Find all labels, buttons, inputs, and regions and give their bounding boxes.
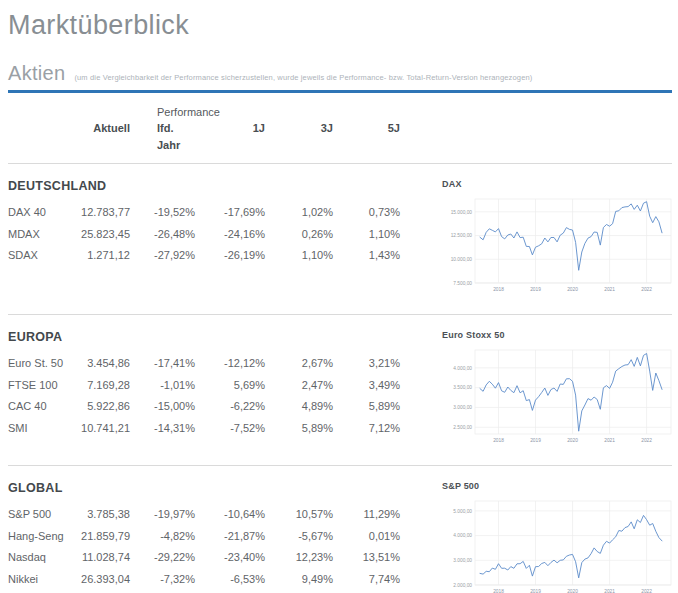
value-lfd-jahr: -19,97%	[130, 504, 195, 526]
svg-text:2020: 2020	[567, 438, 578, 443]
index-label: S&P 500	[8, 504, 70, 526]
value-5j: 3,49%	[333, 375, 400, 397]
index-label: MDAX	[8, 224, 70, 246]
euro-stoxx-chart: 2.500,003.000,003.500,004.000,0020182019…	[442, 346, 672, 446]
col-header-aktuell: Aktuell	[70, 120, 130, 154]
svg-text:3.000,00: 3.000,00	[453, 405, 472, 410]
svg-text:2021: 2021	[604, 438, 615, 443]
value-aktuell: 12.783,77	[70, 202, 130, 224]
col-header-3j: 3J	[265, 120, 333, 154]
svg-text:10.000,00: 10.000,00	[451, 257, 473, 262]
svg-text:12.500,00: 12.500,00	[451, 233, 473, 238]
svg-text:2.000,00: 2.000,00	[453, 583, 472, 588]
value-lfd-jahr: -4,82%	[130, 526, 195, 548]
index-label: SMI	[8, 418, 70, 440]
index-label: Nikkei	[8, 569, 70, 591]
section-title: DEUTSCHLAND	[8, 179, 410, 193]
value-3j: 2,47%	[265, 375, 333, 397]
svg-text:4.000,00: 4.000,00	[453, 366, 472, 371]
svg-text:2022: 2022	[641, 287, 652, 292]
value-5j: 1,43%	[333, 245, 400, 267]
value-3j: 12,23%	[265, 547, 333, 569]
svg-text:4.000,00: 4.000,00	[453, 533, 472, 538]
col-header-1j: 1J	[195, 120, 265, 154]
col-header-lfd-jahr: lfd. Jahr	[130, 120, 195, 154]
value-5j: 5,89%	[333, 396, 400, 418]
value-lfd-jahr: -1,01%	[130, 375, 195, 397]
value-5j: 13,51%	[333, 547, 400, 569]
value-aktuell: 26.393,04	[70, 569, 130, 591]
value-1j: -10,64%	[195, 504, 265, 526]
table-row: Nasdaq 11.028,74 -29,22% -23,40% 12,23% …	[8, 547, 410, 569]
value-lfd-jahr: -19,52%	[130, 202, 195, 224]
chart-title-dax: DAX	[442, 179, 672, 189]
value-1j: -17,69%	[195, 202, 265, 224]
table-row: S&P 500 3.785,38 -19,97% -10,64% 10,57% …	[8, 504, 410, 526]
index-label: Nasdaq	[8, 547, 70, 569]
svg-text:2021: 2021	[604, 287, 615, 292]
value-3j: 1,10%	[265, 245, 333, 267]
value-1j: -6,53%	[195, 569, 265, 591]
chart-title-euro-stoxx: Euro Stoxx 50	[442, 330, 672, 340]
svg-text:2019: 2019	[530, 287, 541, 292]
value-5j: 7,12%	[333, 418, 400, 440]
performance-group-label: Performance	[130, 105, 265, 120]
value-3j: 10,57%	[265, 504, 333, 526]
table-row: FTSE 100 7.169,28 -1,01% 5,69% 2,47% 3,4…	[8, 375, 410, 397]
svg-text:2018: 2018	[493, 438, 504, 443]
chart-title-sp500: S&P 500	[442, 481, 672, 491]
value-5j: 3,21%	[333, 353, 400, 375]
value-3j: 1,02%	[265, 202, 333, 224]
value-aktuell: 3.454,86	[70, 353, 130, 375]
value-1j: -26,19%	[195, 245, 265, 267]
section-title: EUROPA	[8, 330, 410, 344]
col-header-5j: 5J	[333, 120, 400, 154]
value-1j: -21,87%	[195, 526, 265, 548]
table-row: MDAX 25.823,45 -26,48% -24,16% 0,26% 1,1…	[8, 224, 410, 246]
svg-text:5.000,00: 5.000,00	[453, 509, 472, 514]
accent-rule	[8, 90, 672, 93]
value-1j: -7,52%	[195, 418, 265, 440]
value-3j: -5,67%	[265, 526, 333, 548]
svg-text:2019: 2019	[530, 589, 541, 593]
value-lfd-jahr: -15,00%	[130, 396, 195, 418]
table-row: DAX 40 12.783,77 -19,52% -17,69% 1,02% 0…	[8, 202, 410, 224]
value-lfd-jahr: -27,92%	[130, 245, 195, 267]
value-3j: 9,49%	[265, 569, 333, 591]
section-title: GLOBAL	[8, 481, 410, 495]
svg-text:2.500,00: 2.500,00	[453, 425, 472, 430]
index-label: Euro St. 50	[8, 353, 70, 375]
svg-text:2018: 2018	[493, 287, 504, 292]
section-global: GLOBAL S&P 500 3.785,38 -19,97% -10,64% …	[8, 466, 672, 593]
table-row: Hang-Seng 21.859,79 -4,82% -21,87% -5,67…	[8, 526, 410, 548]
svg-text:2020: 2020	[567, 589, 578, 593]
value-aktuell: 1.271,12	[70, 245, 130, 267]
svg-text:2022: 2022	[641, 438, 652, 443]
table-row: SDAX 1.271,12 -27,92% -26,19% 1,10% 1,43…	[8, 245, 410, 267]
svg-text:15.000,00: 15.000,00	[451, 210, 473, 215]
index-label: Hang-Seng	[8, 526, 70, 548]
value-5j: 11,29%	[333, 504, 400, 526]
value-aktuell: 21.859,79	[70, 526, 130, 548]
value-1j: -12,12%	[195, 353, 265, 375]
svg-text:3.000,00: 3.000,00	[453, 558, 472, 563]
value-lfd-jahr: -14,31%	[130, 418, 195, 440]
aktien-note: (um die Vergleichbarkeit der Performance…	[74, 73, 532, 84]
table-row: CAC 40 5.922,86 -15,00% -6,22% 4,89% 5,8…	[8, 396, 410, 418]
value-aktuell: 11.028,74	[70, 547, 130, 569]
section-deutschland: DEUTSCHLAND DAX 40 12.783,77 -19,52% -17…	[8, 164, 672, 314]
value-3j: 0,26%	[265, 224, 333, 246]
value-5j: 1,10%	[333, 224, 400, 246]
value-aktuell: 25.823,45	[70, 224, 130, 246]
svg-text:2021: 2021	[604, 589, 615, 593]
aktien-heading-row: Aktien (um die Vergleichbarkeit der Perf…	[8, 62, 672, 85]
value-5j: 0,73%	[333, 202, 400, 224]
table-row: Euro St. 50 3.454,86 -17,41% -12,12% 2,6…	[8, 353, 410, 375]
index-label: FTSE 100	[8, 375, 70, 397]
svg-text:3.500,00: 3.500,00	[453, 385, 472, 390]
section-europa: EUROPA Euro St. 50 3.454,86 -17,41% -12,…	[8, 315, 672, 465]
aktien-heading: Aktien	[8, 62, 65, 85]
value-1j: -24,16%	[195, 224, 265, 246]
index-label: SDAX	[8, 245, 70, 267]
table-row: Nikkei 26.393,04 -7,32% -6,53% 9,49% 7,7…	[8, 569, 410, 591]
